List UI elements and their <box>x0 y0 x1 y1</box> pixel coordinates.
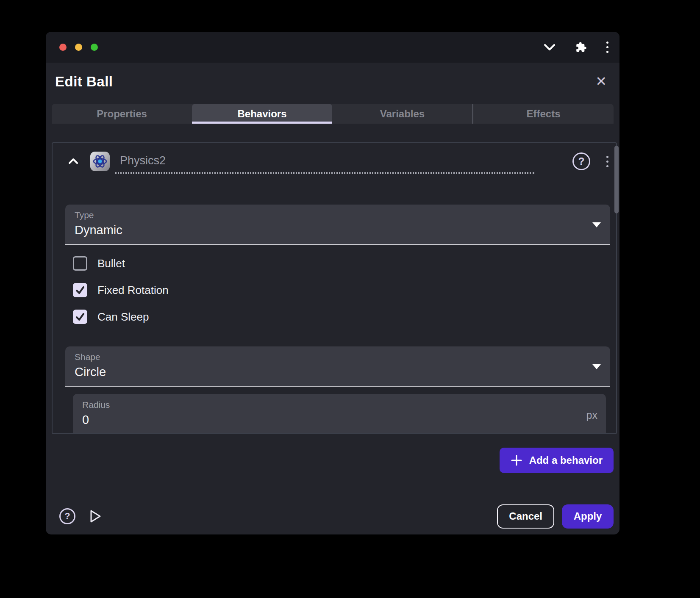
behavior-name-field[interactable]: Physics2 <box>115 152 534 174</box>
titlebar-icons <box>543 42 608 53</box>
radius-input[interactable]: Radius 0 px <box>73 394 606 434</box>
minimize-window-button[interactable] <box>75 44 82 51</box>
window-titlebar <box>46 32 619 63</box>
fixed-rotation-checkbox-row[interactable]: Fixed Rotation <box>73 283 610 297</box>
traffic-lights <box>59 44 98 51</box>
fixed-rotation-checkbox-label: Fixed Rotation <box>97 284 169 297</box>
bottom-left-icons: ? <box>59 508 103 524</box>
bullet-checkbox[interactable] <box>73 256 87 271</box>
physics-atom-icon <box>90 152 110 171</box>
add-behavior-row: Add a behavior <box>46 448 614 473</box>
add-behavior-button[interactable]: Add a behavior <box>500 448 614 473</box>
fixed-rotation-checkbox[interactable] <box>73 283 87 297</box>
can-sleep-checkbox[interactable] <box>73 310 87 324</box>
chevron-down-icon[interactable] <box>543 43 556 52</box>
zoom-window-button[interactable] <box>91 44 98 51</box>
behavior-menu-kebab-icon[interactable] <box>606 156 608 167</box>
bullet-checkbox-label: Bullet <box>97 257 125 270</box>
can-sleep-checkbox-row[interactable]: Can Sleep <box>73 310 610 324</box>
dropdown-arrow-icon <box>592 364 601 369</box>
scrollbar-thumb[interactable] <box>614 146 619 213</box>
behavior-help-icon[interactable]: ? <box>572 152 590 170</box>
play-preview-icon[interactable] <box>88 509 103 524</box>
radius-input-value: 0 <box>82 413 597 427</box>
can-sleep-checkbox-label: Can Sleep <box>97 310 149 324</box>
tab-variables-label: Variables <box>380 108 425 120</box>
tab-bar: Properties Behaviors Variables Effects <box>52 104 614 124</box>
collapse-chevron-up-icon[interactable] <box>68 156 79 167</box>
dropdown-arrow-icon <box>592 222 601 227</box>
tab-effects-label: Effects <box>526 108 560 120</box>
bottom-action-bar: ? Cancel Apply <box>52 504 614 529</box>
plus-icon <box>511 454 522 466</box>
type-select-label: Type <box>75 210 602 220</box>
help-icon[interactable]: ? <box>59 508 75 524</box>
tab-behaviors-label: Behaviors <box>237 108 286 120</box>
tab-properties[interactable]: Properties <box>52 104 192 124</box>
extensions-puzzle-icon[interactable] <box>575 42 587 53</box>
dialog-header: Edit Ball ✕ <box>46 63 619 90</box>
cancel-button[interactable]: Cancel <box>497 504 554 529</box>
tab-effects[interactable]: Effects <box>473 104 614 124</box>
browser-menu-kebab-icon[interactable] <box>606 42 608 53</box>
apply-button[interactable]: Apply <box>562 504 614 529</box>
behavior-header: Physics2 ? <box>65 149 610 174</box>
tab-variables[interactable]: Variables <box>332 104 472 124</box>
shape-select[interactable]: Shape Circle <box>65 346 610 387</box>
radius-unit-label: px <box>586 409 597 421</box>
tab-properties-label: Properties <box>97 108 147 120</box>
add-behavior-label: Add a behavior <box>529 454 603 466</box>
behaviors-panel: Physics2 ? Type Dynamic Bullet Fixed Rot… <box>52 142 617 434</box>
close-dialog-icon[interactable]: ✕ <box>595 74 607 88</box>
edit-object-dialog-window: Edit Ball ✕ Properties Behaviors Variabl… <box>46 32 619 534</box>
dialog-title: Edit Ball <box>55 74 113 90</box>
bullet-checkbox-row[interactable]: Bullet <box>73 256 610 271</box>
behavior-name: Physics2 <box>120 154 166 167</box>
type-select-value: Dynamic <box>75 223 602 237</box>
tab-behaviors[interactable]: Behaviors <box>192 104 332 124</box>
radius-input-label: Radius <box>82 400 597 410</box>
bottom-right-buttons: Cancel Apply <box>497 504 614 529</box>
close-window-button[interactable] <box>59 44 67 51</box>
shape-select-label: Shape <box>75 352 602 362</box>
shape-select-value: Circle <box>75 365 602 379</box>
type-select[interactable]: Type Dynamic <box>65 205 610 245</box>
